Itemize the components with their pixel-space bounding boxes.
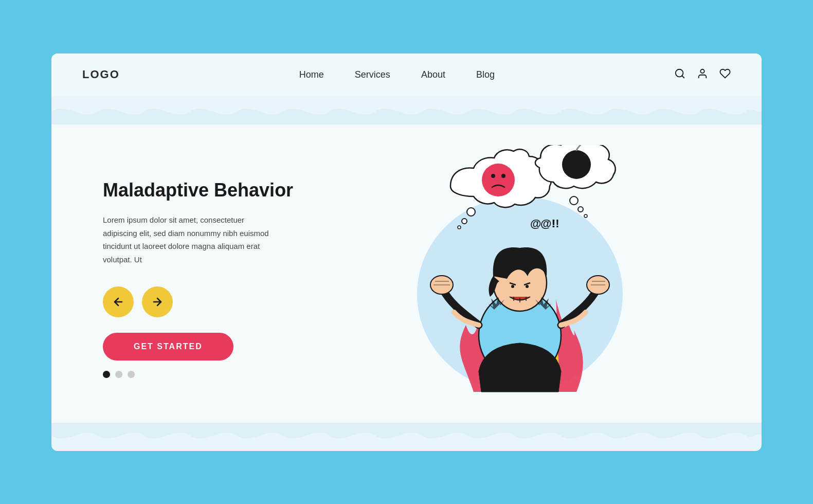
nav-blog[interactable]: Blog <box>476 69 495 80</box>
nav-services[interactable]: Services <box>355 69 390 80</box>
svg-point-22 <box>467 208 475 216</box>
svg-point-29 <box>578 207 583 212</box>
carousel-dots <box>103 371 319 378</box>
svg-point-24 <box>458 226 461 229</box>
illustration-section: @ @! !! <box>319 145 720 402</box>
svg-point-23 <box>462 219 467 224</box>
svg-point-31 <box>562 150 591 179</box>
header: LOGO Home Services About Blog <box>51 53 762 96</box>
dot-3[interactable] <box>128 371 135 378</box>
heart-icon[interactable] <box>719 68 731 82</box>
navigation: Home Services About Blog <box>299 69 495 80</box>
svg-point-30 <box>584 214 587 218</box>
svg-point-27 <box>501 174 505 178</box>
svg-line-1 <box>682 76 684 78</box>
page-title: Maladaptive Behavior <box>103 179 319 201</box>
search-icon[interactable] <box>674 68 685 82</box>
svg-point-2 <box>700 69 704 73</box>
main-illustration: @ @! !! <box>371 145 669 402</box>
page-description: Lorem ipsum dolor sit amet, consectetuer… <box>103 213 278 266</box>
arrow-navigation <box>103 286 319 317</box>
svg-point-12 <box>526 285 529 288</box>
left-section: Maladaptive Behavior Lorem ipsum dolor s… <box>103 169 319 378</box>
wave-top-divider <box>51 96 762 124</box>
svg-point-26 <box>491 174 495 178</box>
header-icons <box>674 68 731 82</box>
main-content: Maladaptive Behavior Lorem ipsum dolor s… <box>51 124 762 423</box>
dot-2[interactable] <box>115 371 122 378</box>
svg-text:!!: !! <box>552 217 559 230</box>
wave-bottom-divider <box>51 423 762 451</box>
logo: LOGO <box>82 68 120 81</box>
get-started-button[interactable]: GET STARTED <box>103 333 233 361</box>
svg-point-28 <box>570 196 578 205</box>
dot-1[interactable] <box>103 371 110 378</box>
prev-arrow-button[interactable] <box>103 286 134 317</box>
svg-text:@: @ <box>530 217 541 230</box>
svg-point-11 <box>511 285 514 288</box>
nav-about[interactable]: About <box>421 69 445 80</box>
svg-point-25 <box>482 164 515 196</box>
user-icon[interactable] <box>697 68 708 82</box>
illustration-svg: @ @! !! <box>371 145 669 402</box>
nav-home[interactable]: Home <box>299 69 324 80</box>
next-arrow-button[interactable] <box>142 286 173 317</box>
